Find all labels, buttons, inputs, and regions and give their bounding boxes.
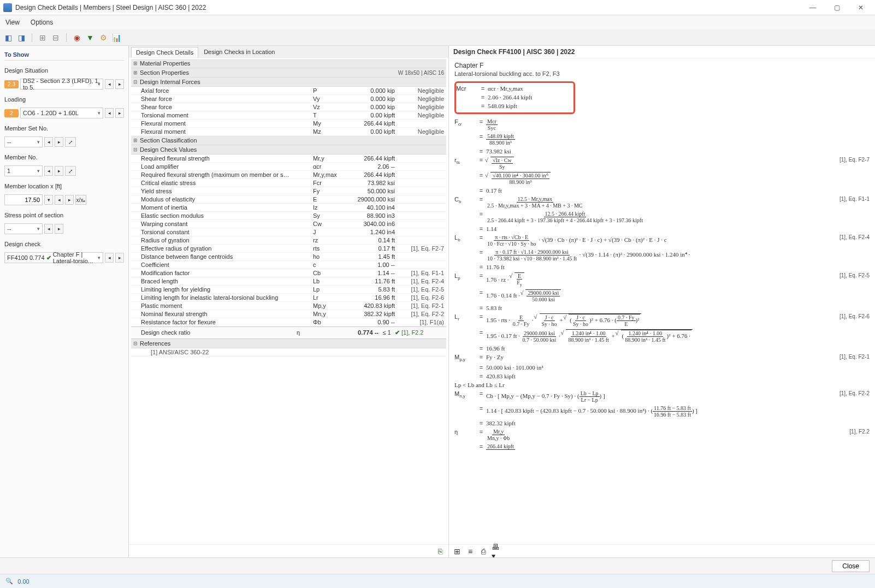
center-export-icon[interactable]: ⎘ (435, 547, 445, 556)
close-button[interactable]: Close (832, 560, 870, 572)
ms-next-button[interactable]: ▸ (55, 137, 63, 147)
force-row: Shear forceVz0.000 kipNegligible (131, 103, 446, 111)
mn-next-button[interactable]: ▸ (55, 166, 63, 176)
check-value-row: Effective radius of gyrationrts0.17 ft[1… (131, 245, 446, 253)
tab-design-checks-location[interactable]: Design Checks in Location (199, 47, 279, 57)
window-title: Design Check Details | Members | Steel D… (15, 4, 802, 11)
force-row: Flexural momentMy266.44 kipft (131, 120, 446, 128)
check-value-row: Modulus of elasticityE29000.000 ksi (131, 195, 446, 204)
member-loc-input[interactable] (4, 194, 43, 205)
stress-point-dropdown[interactable]: -- (4, 223, 43, 234)
stress-point-label: Stress point of section (4, 212, 124, 218)
right-icon-2[interactable]: ≡ (465, 547, 475, 556)
check-value-row: Moment of inertiaIz40.100 in4 (131, 204, 446, 212)
group-section-classification[interactable]: ⊞ Section Classification (131, 136, 446, 145)
subchapter-label: Lateral-torsional buckling acc. to F2, F… (454, 70, 870, 77)
check-value-row: Elastic section modulusSy88.900 in3 (131, 212, 446, 220)
status-bar: 🔍 0.00 (0, 574, 875, 588)
loading-label: Loading (4, 96, 124, 103)
toolbar-icon-4[interactable]: ⊟ (51, 33, 61, 43)
close-window-button[interactable]: ✕ (850, 2, 872, 13)
check-value-row: Coefficientc1.00 -- (131, 261, 446, 269)
check-value-row: Yield stressFy50.000 ksi (131, 187, 446, 195)
right-icon-1[interactable]: ⊞ (452, 547, 462, 556)
left-panel-header: To Show (4, 49, 124, 61)
check-value-row: Nominal flexural strengthMn,y382.32 kipf… (131, 310, 446, 318)
loading-badge: 2 (4, 109, 19, 117)
loading-dropdown[interactable]: CO6 - 1.20D + 1.60L (20, 108, 103, 118)
right-bottom-strip: ⊞ ≡ ⎙ 🖶▾ (449, 544, 875, 557)
main-area: To Show Design Situation 2.3 DS2 - Secti… (0, 46, 875, 557)
mn-prev-button[interactable]: ◂ (44, 166, 53, 176)
collapse-icon: ⊟ (133, 79, 140, 85)
ml-x-button[interactable]: x/xₒ (75, 195, 86, 205)
design-situation-badge: 2.3 (4, 80, 19, 88)
right-print-icon[interactable]: 🖶▾ (492, 547, 501, 556)
member-no-dropdown[interactable]: 1 (4, 165, 43, 176)
expand-icon: ⊞ (133, 138, 140, 143)
group-section-properties[interactable]: ⊞ Section Properties W 18x50 | AISC 16 (131, 68, 446, 78)
toolbar-icon-1[interactable]: ◧ (3, 33, 13, 43)
left-panel: To Show Design Situation 2.3 DS2 - Secti… (0, 46, 129, 557)
ml-prev-button[interactable]: ◂ (55, 195, 63, 205)
minimize-button[interactable]: — (802, 2, 824, 13)
toolbar-chart-icon[interactable]: 📊 (111, 33, 121, 43)
member-loc-label: Member location x [ft] (4, 183, 124, 189)
center-panel: Design Check Details Design Checks in Lo… (129, 46, 449, 557)
app-icon (3, 3, 12, 12)
toolbar-colors-icon[interactable]: ◉ (72, 33, 82, 43)
design-check-dropdown[interactable]: FF4100 0.774 ✔ Chapter F | Lateral-torsi… (4, 252, 103, 263)
toolbar-icon-3[interactable]: ⊞ (38, 33, 48, 43)
member-no-label: Member No. (4, 154, 124, 161)
titlebar: Design Check Details | Members | Steel D… (0, 0, 875, 15)
maximize-button[interactable]: ▢ (826, 2, 848, 13)
right-icon-3[interactable]: ⎙ (478, 547, 488, 556)
ds-prev-button[interactable]: ◂ (105, 79, 114, 89)
group-design-check-values[interactable]: ⊟ Design Check Values (131, 145, 446, 155)
status-units-icon[interactable]: 0.00 (19, 577, 28, 586)
group-material-properties[interactable]: ⊞ Material Properties (131, 59, 446, 68)
menu-view[interactable]: View (3, 17, 22, 27)
chapter-label: Chapter F (454, 62, 870, 69)
toolbar-settings-icon[interactable]: ⚙ (98, 33, 108, 43)
reference-row: [1] ANSI/AISC 360-22 (131, 348, 446, 357)
member-set-dropdown[interactable]: -- (4, 136, 43, 147)
sp-next-button[interactable]: ▸ (55, 224, 63, 234)
force-row: Shear forceVy0.000 kipNegligible (131, 95, 446, 103)
expand-icon: ⊞ (133, 70, 140, 75)
toolbar: ◧ ◨ ⊞ ⊟ ◉ ▼ ⚙ 📊 (0, 29, 875, 46)
ml-next-button[interactable]: ▸ (65, 195, 74, 205)
ml-dd-button[interactable]: ▾ (44, 195, 53, 205)
tab-design-check-details[interactable]: Design Check Details (131, 47, 198, 57)
check-value-row: Limiting length for inelastic lateral-to… (131, 294, 446, 302)
ms-pick-button[interactable]: ⤢ (65, 137, 76, 147)
load-next-button[interactable]: ▸ (115, 108, 124, 118)
group-internal-forces[interactable]: ⊟ Design Internal Forces (131, 78, 446, 87)
menu-options[interactable]: Options (28, 17, 55, 27)
center-bottom-strip: ⎘ (129, 544, 448, 557)
expand-icon: ⊞ (133, 61, 140, 66)
dc-next-button[interactable]: ▸ (115, 253, 124, 263)
right-panel: Design Check FF4100 | AISC 360 | 2022 Ch… (449, 46, 875, 557)
design-situation-dropdown[interactable]: DS2 - Section 2.3 (LRFD), 1. to 5. (20, 79, 103, 90)
center-content: ⊞ Material Properties ⊞ Section Properti… (129, 58, 448, 544)
status-search-icon[interactable]: 🔍 (4, 577, 14, 586)
group-references[interactable]: ⊟ References (131, 339, 446, 348)
mn-pick-button[interactable]: ⤢ (65, 166, 76, 176)
force-row: Axial forceP0.000 kipNegligible (131, 87, 446, 95)
load-prev-button[interactable]: ◂ (105, 108, 114, 118)
right-panel-title: Design Check FF4100 | AISC 360 | 2022 (449, 46, 875, 58)
mcr-highlight-box: Mcr=αcr · Mr,y,max =2.06 · 266.44 kipft … (454, 81, 575, 114)
check-value-row: Warping constantCw3040.00 in6 (131, 220, 446, 228)
ms-prev-button[interactable]: ◂ (44, 137, 53, 147)
toolbar-filter-icon[interactable]: ▼ (85, 33, 95, 43)
sp-prev-button[interactable]: ◂ (44, 224, 53, 234)
design-check-ratio-row: Design check ratio η 0.774 -- ≤ 1 ✔ [1],… (131, 326, 446, 339)
member-set-label: Member Set No. (4, 125, 124, 132)
force-row: Torsional momentT0.00 kipftNegligible (131, 111, 446, 120)
toolbar-icon-2[interactable]: ◨ (16, 33, 26, 43)
ds-next-button[interactable]: ▸ (115, 79, 124, 89)
dc-prev-button[interactable]: ◂ (105, 253, 114, 263)
bottom-bar: Close (0, 557, 875, 574)
collapse-icon: ⊟ (133, 147, 140, 152)
